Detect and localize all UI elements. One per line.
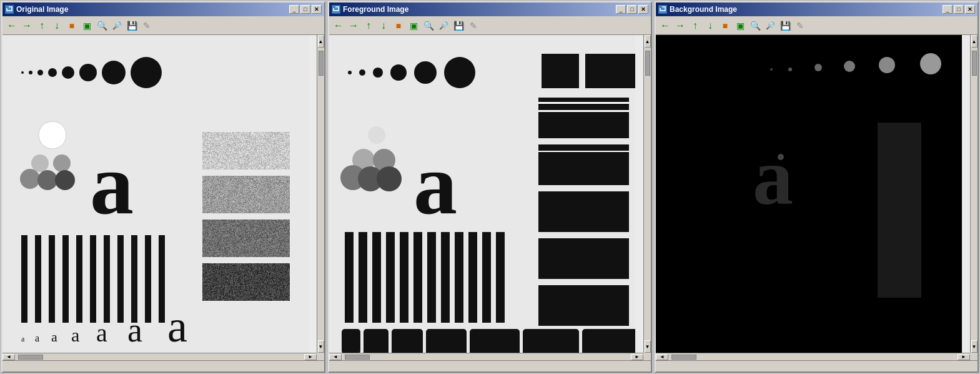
background-status-bar	[656, 360, 978, 371]
fg-save-button[interactable]: 💾	[452, 19, 465, 33]
background-canvas	[656, 35, 962, 353]
original-hscroll-row: ◄ ►	[2, 353, 324, 360]
fg-minimize-button[interactable]: _	[616, 5, 626, 14]
background-title-bar[interactable]: Background Image _ □ ✕	[656, 3, 978, 16]
bg-refresh-button[interactable]: ▣	[733, 19, 747, 33]
fg-down-button[interactable]: ↓	[377, 19, 390, 33]
maximize-button[interactable]: □	[300, 5, 310, 14]
original-image-container	[2, 35, 317, 353]
bg-scroll-corner	[970, 353, 978, 360]
bg-home-button[interactable]: ■	[718, 19, 732, 33]
foreground-title-bar[interactable]: Foreground Image _ □ ✕	[329, 3, 651, 16]
fg-refresh-button[interactable]: ▣	[407, 19, 420, 33]
original-scrollbar-v[interactable]: ▲ ▼	[317, 35, 324, 353]
fg-title-bar-controls[interactable]: _ □ ✕	[616, 5, 648, 14]
original-canvas	[2, 35, 309, 353]
bg-minimize-button[interactable]: _	[943, 5, 953, 14]
fg-scroll-corner	[643, 353, 651, 360]
background-scrollbar-h[interactable]: ◄ ►	[656, 353, 970, 360]
foreground-canvas	[329, 35, 635, 353]
fg-back-button[interactable]: ←	[332, 19, 345, 33]
up-button[interactable]: ↑	[35, 19, 49, 33]
fg-pointer-button[interactable]: ✎	[467, 19, 480, 33]
bg-back-button[interactable]: ←	[658, 19, 672, 33]
zoom-out-button[interactable]: 🔎	[110, 19, 124, 33]
bg-up-button[interactable]: ↑	[688, 19, 702, 33]
close-button[interactable]: ✕	[312, 5, 322, 14]
title-bar-left: Original Image	[5, 5, 68, 14]
pointer-button[interactable]: ✎	[140, 19, 154, 33]
foreground-scroll-area[interactable]: ▲ ▼	[329, 35, 651, 353]
svg-rect-5	[660, 6, 662, 8]
window-icon	[5, 5, 14, 14]
scroll-corner	[317, 353, 324, 360]
bg-hscroll-row: ◄ ►	[656, 353, 978, 360]
save-button[interactable]: 💾	[125, 19, 139, 33]
bg-down-button[interactable]: ↓	[703, 19, 717, 33]
background-scroll-area[interactable]: ▲ ▼	[656, 35, 978, 353]
original-title-text: Original Image	[16, 5, 68, 14]
zoom-in-button[interactable]: 🔍	[95, 19, 109, 33]
foreground-scrollbar-h[interactable]: ◄ ►	[329, 353, 643, 360]
refresh-button[interactable]: ▣	[80, 19, 94, 33]
original-title-bar[interactable]: Original Image _ □ ✕	[2, 3, 324, 16]
bg-zoom-out-button[interactable]: 🔎	[763, 19, 777, 33]
foreground-status-bar	[329, 360, 651, 371]
fg-forward-button[interactable]: →	[347, 19, 360, 33]
fg-zoom-in-button[interactable]: 🔍	[422, 19, 435, 33]
svg-rect-1	[6, 6, 9, 8]
background-scrollbar-v[interactable]: ▲ ▼	[970, 35, 978, 353]
home-button[interactable]: ■	[65, 19, 79, 33]
back-button[interactable]: ←	[5, 19, 19, 33]
svg-rect-3	[333, 6, 335, 8]
original-scroll-area[interactable]: ▲ ▼	[2, 35, 324, 353]
foreground-image-window: Foreground Image _ □ ✕ ← → ↑ ↓ ■ ▣ 🔍 🔎 💾…	[328, 1, 652, 373]
original-scrollbar-h[interactable]: ◄ ►	[2, 353, 317, 360]
bg-title-bar-left: Background Image	[658, 5, 737, 14]
background-image-container	[656, 35, 970, 353]
fg-up-button[interactable]: ↑	[362, 19, 375, 33]
bg-pointer-button[interactable]: ✎	[793, 19, 807, 33]
minimize-button[interactable]: _	[289, 5, 299, 14]
fg-home-button[interactable]: ■	[392, 19, 405, 33]
bg-zoom-in-button[interactable]: 🔍	[748, 19, 762, 33]
original-toolbar: ← → ↑ ↓ ■ ▣ 🔍 🔎 💾 ✎	[2, 16, 324, 35]
foreground-toolbar: ← → ↑ ↓ ■ ▣ 🔍 🔎 💾 ✎	[329, 16, 651, 35]
title-bar-controls[interactable]: _ □ ✕	[289, 5, 322, 14]
down-button[interactable]: ↓	[50, 19, 64, 33]
original-image-window: Original Image _ □ ✕ ← → ↑ ↓ ■ ▣ 🔍 🔎 💾 ✎…	[1, 1, 325, 373]
original-window-content: ▲ ▼ ◄ ►	[2, 35, 324, 371]
fg-close-button[interactable]: ✕	[638, 5, 648, 14]
original-status-bar	[2, 360, 324, 371]
foreground-window-content: ▲ ▼ ◄ ►	[329, 35, 651, 371]
fg-hscroll-row: ◄ ►	[329, 353, 651, 360]
fg-window-icon	[332, 5, 340, 14]
background-image-window: Background Image _ □ ✕ ← → ↑ ↓ ■ ▣ 🔍 🔎 💾…	[655, 1, 979, 373]
fg-title-bar-left: Foreground Image	[332, 5, 408, 14]
fg-zoom-out-button[interactable]: 🔎	[437, 19, 450, 33]
background-title-text: Background Image	[670, 5, 737, 14]
foreground-image-container	[329, 35, 643, 353]
forward-button[interactable]: →	[20, 19, 34, 33]
background-window-content: ▲ ▼ ◄ ►	[656, 35, 978, 371]
bg-close-button[interactable]: ✕	[965, 5, 975, 14]
foreground-scrollbar-v[interactable]: ▲ ▼	[643, 35, 651, 353]
bg-forward-button[interactable]: →	[673, 19, 687, 33]
bg-window-icon	[658, 5, 667, 14]
bg-maximize-button[interactable]: □	[954, 5, 964, 14]
foreground-title-text: Foreground Image	[343, 5, 408, 14]
bg-save-button[interactable]: 💾	[778, 19, 792, 33]
background-toolbar: ← → ↑ ↓ ■ ▣ 🔍 🔎 💾 ✎	[656, 16, 978, 35]
fg-maximize-button[interactable]: □	[627, 5, 637, 14]
bg-title-bar-controls[interactable]: _ □ ✕	[943, 5, 975, 14]
